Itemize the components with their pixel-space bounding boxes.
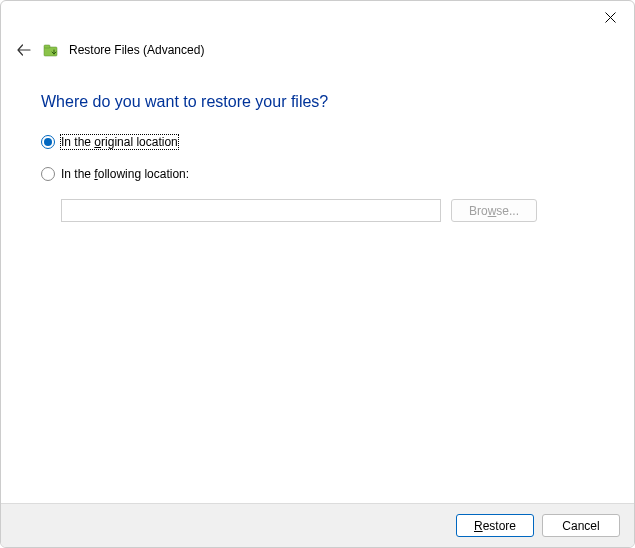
radio-original-location-row: In the original location xyxy=(41,135,594,149)
back-button[interactable] xyxy=(15,41,33,59)
radio-following-location[interactable] xyxy=(41,167,55,181)
footer: Restore Cancel xyxy=(1,503,634,547)
title-bar xyxy=(1,1,634,33)
page-heading: Where do you want to restore your files? xyxy=(41,93,594,111)
restore-files-icon xyxy=(43,42,59,58)
content-area: Where do you want to restore your files?… xyxy=(1,65,634,222)
radio-original-location[interactable] xyxy=(41,135,55,149)
window-title: Restore Files (Advanced) xyxy=(69,43,204,57)
path-input[interactable] xyxy=(61,199,441,222)
close-button[interactable] xyxy=(590,3,630,31)
browse-button[interactable]: Browse... xyxy=(451,199,537,222)
radio-following-location-row: In the following location: xyxy=(41,167,594,181)
browse-row: Browse... xyxy=(41,199,594,222)
radio-following-location-label[interactable]: In the following location: xyxy=(61,167,189,181)
back-arrow-icon xyxy=(16,42,32,58)
radio-original-location-label[interactable]: In the original location xyxy=(61,135,178,149)
close-icon xyxy=(605,12,616,23)
svg-rect-3 xyxy=(44,45,50,48)
restore-button[interactable]: Restore xyxy=(456,514,534,537)
cancel-button[interactable]: Cancel xyxy=(542,514,620,537)
svg-rect-2 xyxy=(44,47,57,56)
wizard-header: Restore Files (Advanced) xyxy=(1,33,634,65)
